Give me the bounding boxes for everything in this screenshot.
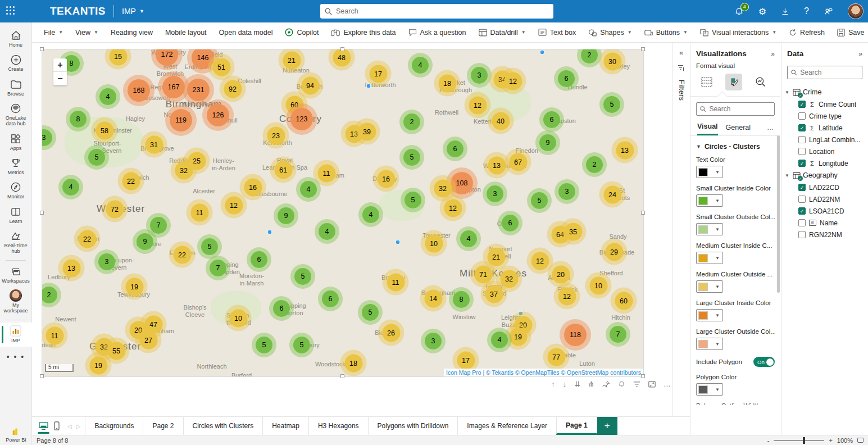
sidebar-item-learn[interactable]: Learn xyxy=(0,203,32,228)
map-cluster[interactable]: 14 xyxy=(420,285,447,312)
field-checkbox[interactable]: ✓ xyxy=(798,124,806,131)
map-cluster[interactable]: 22 xyxy=(118,168,144,194)
user-avatar[interactable] xyxy=(848,3,864,19)
sidebar-item-create[interactable]: Create xyxy=(0,51,32,75)
field-checkbox[interactable]: ✓ xyxy=(798,184,806,191)
map-point-marker[interactable] xyxy=(267,230,272,235)
field-checkbox[interactable] xyxy=(798,136,806,143)
map-cluster[interactable]: 27 xyxy=(135,327,162,353)
field-latitude[interactable]: ✓ΣLatitude xyxy=(785,122,866,134)
map-zoom-in-button[interactable]: + xyxy=(53,58,67,72)
mobile-view-icon[interactable] xyxy=(54,417,60,435)
map-cluster[interactable]: 4 xyxy=(487,328,512,352)
map-cluster[interactable]: 5 xyxy=(290,264,315,289)
map-cluster[interactable]: 19 xyxy=(121,274,148,300)
resize-handle[interactable] xyxy=(641,47,645,51)
map-cluster[interactable]: 4 xyxy=(358,202,383,227)
map-cluster[interactable]: 5 xyxy=(358,300,383,325)
map-cluster[interactable]: 7 xyxy=(606,322,630,347)
map-cluster[interactable]: 23 xyxy=(263,122,289,149)
map-cluster[interactable]: 5 xyxy=(599,92,624,117)
page-tab-circles-with-clusters[interactable]: Circles with Clusters xyxy=(183,417,263,435)
sidebar-item-my-workspace[interactable]: My workspace xyxy=(0,287,32,317)
map-cluster[interactable]: 6 xyxy=(247,247,271,272)
field-lad22cd[interactable]: ✓LAD22CD xyxy=(785,181,866,193)
map-cluster[interactable]: 58 xyxy=(92,117,118,144)
panel-scrollbar[interactable] xyxy=(777,135,780,293)
search-input[interactable] xyxy=(336,7,549,15)
data-search[interactable] xyxy=(787,66,862,79)
map-cluster[interactable]: 2 xyxy=(582,152,607,177)
map-cluster[interactable]: 2 xyxy=(42,283,61,307)
next-page-arrow[interactable]: ▷ xyxy=(76,423,81,429)
sidebar-item-home[interactable]: Home xyxy=(0,27,32,51)
map-cluster[interactable]: 15 xyxy=(105,49,131,70)
color-picker-dropdown[interactable]: ▼ xyxy=(696,309,723,321)
sidebar-item-monitor[interactable]: Monitor xyxy=(0,179,32,203)
field-lad22nm[interactable]: LAD22NM xyxy=(785,193,866,205)
page-tab-polygons-with-drilldown[interactable]: Polygons with Drilldown xyxy=(368,417,458,435)
map-cluster[interactable]: 12 xyxy=(221,192,247,219)
map-cluster[interactable]: 6 xyxy=(554,66,579,91)
color-picker-dropdown[interactable]: ▼ xyxy=(696,280,723,293)
map-cluster[interactable]: 119 xyxy=(165,105,197,136)
field-checkbox[interactable]: ✓ xyxy=(798,207,806,215)
map-cluster[interactable]: 5 xyxy=(84,145,109,170)
resize-handle[interactable] xyxy=(40,47,44,51)
sidebar-item-workspaces[interactable]: Workspaces xyxy=(0,263,32,287)
map-cluster[interactable]: 24 xyxy=(599,181,626,208)
map-cluster[interactable]: 4 xyxy=(96,84,120,109)
format-tab-general[interactable]: General xyxy=(726,124,751,135)
field-checkbox[interactable] xyxy=(798,112,806,120)
color-picker-dropdown[interactable]: ▼ xyxy=(696,194,723,207)
resize-handle[interactable] xyxy=(40,374,44,378)
field-checkbox[interactable] xyxy=(798,231,806,238)
table-crime[interactable]: ▼✓Crime xyxy=(785,86,866,98)
map-cluster[interactable]: 37 xyxy=(481,281,507,307)
field-checkbox[interactable]: ✓ xyxy=(798,160,806,167)
sidebar-item-browse[interactable]: Browse xyxy=(0,76,32,100)
menu-item-visual-interactions[interactable]: Visual interactions▼ xyxy=(695,26,781,39)
resize-handle[interactable] xyxy=(641,374,645,378)
map-cluster[interactable]: 16 xyxy=(373,166,399,192)
sidebar-item-real-time-hub[interactable]: Real-Time hub xyxy=(0,228,32,258)
page-tab-images-reference-layer[interactable]: Images & Reference Layer xyxy=(457,417,556,435)
map-cluster[interactable]: 10 xyxy=(225,305,252,332)
set-alert-icon[interactable] xyxy=(618,380,625,388)
menu-item-data-drill[interactable]: Data/drill▼ xyxy=(474,26,531,39)
map-cluster[interactable]: 172 xyxy=(151,49,183,70)
expand-next-level-icon[interactable]: ⇊ xyxy=(574,380,580,388)
map-cluster[interactable]: 11 xyxy=(42,323,68,349)
map-cluster[interactable]: 9 xyxy=(535,130,560,155)
fit-to-page-icon[interactable] xyxy=(857,438,864,443)
color-picker-dropdown[interactable]: ▼ xyxy=(696,252,723,264)
expand-filters-icon[interactable]: « xyxy=(679,48,683,57)
zoom-in-button[interactable]: + xyxy=(829,437,832,444)
color-picker-dropdown[interactable]: ▼ xyxy=(696,383,723,396)
zoom-slider[interactable] xyxy=(774,440,824,441)
analytics-tab-icon[interactable] xyxy=(752,74,769,90)
field-lsoa21cd[interactable]: ✓LSOA21CD xyxy=(785,205,866,217)
resize-handle[interactable] xyxy=(641,211,645,215)
map-cluster[interactable]: 13 xyxy=(612,137,638,164)
map-cluster[interactable]: 11 xyxy=(187,199,213,226)
map-cluster[interactable]: 7 xyxy=(206,256,230,280)
map-cluster[interactable]: 5 xyxy=(399,145,424,170)
resize-handle[interactable] xyxy=(340,374,344,378)
map-cluster[interactable]: 40 xyxy=(488,108,514,134)
menu-item-refresh[interactable]: Refresh xyxy=(784,26,830,39)
sidebar-item-imp[interactable]: IMP xyxy=(0,323,32,347)
map-cluster[interactable]: 32 xyxy=(171,157,197,184)
map-cluster[interactable]: 126 xyxy=(202,99,234,131)
prev-page-arrow[interactable]: ◁ xyxy=(67,423,72,429)
map-cluster[interactable]: 4 xyxy=(408,53,433,78)
drill-down-icon[interactable]: ↓ xyxy=(563,380,567,388)
map-cluster[interactable]: 5 xyxy=(401,188,425,212)
map-cluster[interactable]: 8 xyxy=(449,287,474,312)
color-picker-dropdown[interactable]: ▼ xyxy=(696,166,723,178)
map-cluster[interactable]: 6 xyxy=(498,211,522,235)
map-cluster[interactable]: 5 xyxy=(252,333,276,357)
build-visual-tab-icon[interactable] xyxy=(698,74,715,90)
data-search-input[interactable] xyxy=(800,69,858,76)
map-cluster[interactable]: 35 xyxy=(560,219,587,245)
